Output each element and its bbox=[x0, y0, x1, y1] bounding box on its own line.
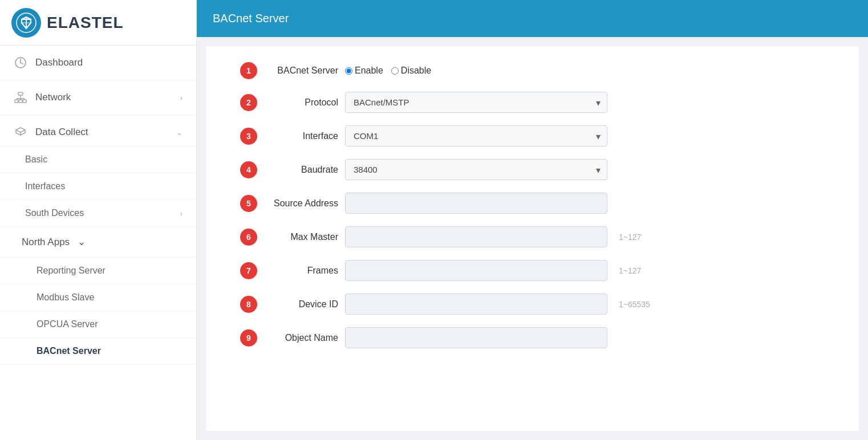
sidebar-item-interfaces[interactable]: Interfaces bbox=[0, 173, 196, 200]
network-arrow-icon: › bbox=[180, 93, 182, 102]
svg-rect-5 bbox=[23, 100, 26, 103]
interface-select[interactable]: COM1 COM2 COM3 bbox=[345, 125, 607, 146]
field-label-baudrate: Baudrate bbox=[264, 165, 338, 175]
step-badge-4: 4 bbox=[240, 161, 257, 178]
top-bar: BACnet Server bbox=[197, 0, 868, 37]
sidebar-item-network-label: Network bbox=[35, 92, 71, 103]
sidebar-item-basic[interactable]: Basic bbox=[0, 146, 196, 173]
step-badge-1: 1 bbox=[240, 62, 257, 79]
baudrate-select[interactable]: 9600 19200 38400 57600 115200 bbox=[345, 159, 607, 180]
step-badge-8: 8 bbox=[240, 296, 257, 313]
field-label-frames: Frames bbox=[264, 266, 338, 276]
sidebar-item-dashboard-label: Dashboard bbox=[35, 57, 83, 68]
device-id-input[interactable]: 500 bbox=[345, 294, 607, 315]
max-master-input[interactable]: 127 bbox=[345, 226, 607, 247]
sidebar-item-south-devices[interactable]: South Devices › bbox=[0, 200, 196, 227]
source-address-input[interactable]: 1 bbox=[345, 193, 607, 214]
field-label-bacnet-server: BACnet Server bbox=[264, 66, 338, 76]
form-row-6: 6 Max Master 127 1~127 bbox=[240, 226, 825, 247]
interface-select-wrap: COM1 COM2 COM3 bbox=[345, 125, 607, 146]
south-devices-arrow-icon: › bbox=[180, 209, 182, 218]
svg-rect-3 bbox=[15, 100, 18, 103]
protocol-select[interactable]: BACnet/MSTP BACnet/IP bbox=[345, 92, 607, 113]
dashboard-icon bbox=[14, 56, 27, 70]
field-label-object-name: Object Name bbox=[264, 333, 338, 343]
enable-radio[interactable] bbox=[345, 67, 352, 75]
sidebar-item-dashboard[interactable]: Dashboard bbox=[0, 46, 196, 80]
form-row-9: 9 Object Name EG500 bbox=[240, 327, 825, 348]
field-label-source-address: Source Address bbox=[264, 198, 338, 209]
logo-area: ELASTEL bbox=[0, 0, 196, 46]
field-label-interface: Interface bbox=[264, 131, 338, 141]
sidebar-item-modbus-slave[interactable]: Modbus Slave bbox=[0, 284, 196, 311]
form-row-4: 4 Baudrate 9600 19200 38400 57600 115200 bbox=[240, 159, 825, 180]
sidebar-item-opcua-server[interactable]: OPCUA Server bbox=[0, 311, 196, 338]
page-title: BACnet Server bbox=[213, 12, 289, 25]
baudrate-select-wrap: 9600 19200 38400 57600 115200 bbox=[345, 159, 607, 180]
svg-rect-2 bbox=[18, 92, 23, 95]
max-master-hint: 1~127 bbox=[619, 233, 641, 242]
enable-radio-label[interactable]: Enable bbox=[345, 66, 383, 76]
protocol-select-wrap: BACnet/MSTP BACnet/IP bbox=[345, 92, 607, 113]
frames-input[interactable]: 127 bbox=[345, 260, 607, 281]
object-name-input[interactable]: EG500 bbox=[345, 327, 607, 348]
sidebar-item-network[interactable]: Network › bbox=[0, 80, 196, 115]
sidebar-item-data-collect[interactable]: Data Collect ⌄ bbox=[0, 115, 196, 146]
step-badge-9: 9 bbox=[240, 329, 257, 347]
step-badge-3: 3 bbox=[240, 128, 257, 145]
content-area: 1 BACnet Server Enable Disable 2 Protoco… bbox=[206, 46, 859, 431]
step-badge-5: 5 bbox=[240, 195, 257, 212]
main: BACnet Server 1 BACnet Server Enable Dis… bbox=[197, 0, 868, 440]
device-id-hint: 1~65535 bbox=[619, 300, 650, 309]
logo-text: ELASTEL bbox=[47, 14, 124, 32]
sidebar-item-north-apps-label: North Apps bbox=[22, 237, 70, 248]
form-row-8: 8 Device ID 500 1~65535 bbox=[240, 294, 825, 315]
step-badge-7: 7 bbox=[240, 262, 257, 279]
svg-rect-4 bbox=[19, 100, 22, 103]
data-collect-arrow-icon: ⌄ bbox=[176, 128, 182, 137]
step-badge-2: 2 bbox=[240, 94, 257, 111]
sidebar-item-north-apps[interactable]: North Apps ⌄ bbox=[0, 227, 196, 258]
logo-icon bbox=[11, 8, 41, 38]
step-badge-6: 6 bbox=[240, 229, 257, 246]
sidebar-item-reporting-server[interactable]: Reporting Server bbox=[0, 258, 196, 284]
disable-radio[interactable] bbox=[391, 67, 399, 75]
north-apps-arrow-icon: ⌄ bbox=[78, 236, 86, 248]
field-label-max-master: Max Master bbox=[264, 232, 338, 242]
sidebar-item-bacnet-server[interactable]: BACnet Server bbox=[0, 338, 196, 365]
form-row-2: 2 Protocol BACnet/MSTP BACnet/IP bbox=[240, 92, 825, 113]
form-row-5: 5 Source Address 1 bbox=[240, 193, 825, 214]
frames-hint: 1~127 bbox=[619, 266, 641, 275]
sidebar: ELASTEL Dashboard bbox=[0, 0, 197, 440]
form-row-3: 3 Interface COM1 COM2 COM3 bbox=[240, 125, 825, 146]
field-label-protocol: Protocol bbox=[264, 97, 338, 108]
bacnet-server-radio-group: Enable Disable bbox=[345, 66, 607, 76]
form-row-7: 7 Frames 127 1~127 bbox=[240, 260, 825, 281]
network-icon bbox=[14, 91, 27, 104]
sidebar-item-data-collect-label: Data Collect bbox=[35, 127, 88, 138]
field-label-device-id: Device ID bbox=[264, 299, 338, 309]
form-row-1: 1 BACnet Server Enable Disable bbox=[240, 62, 825, 79]
disable-radio-label[interactable]: Disable bbox=[391, 66, 431, 76]
data-collect-icon bbox=[14, 125, 27, 139]
